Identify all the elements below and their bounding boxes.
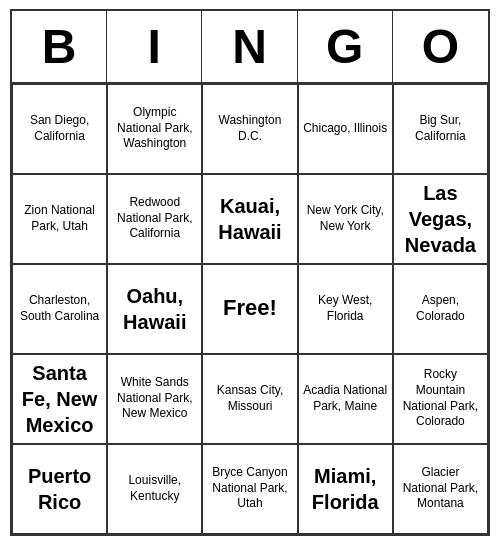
- header-letter-N: N: [202, 11, 297, 82]
- bingo-cell-7: Kauai, Hawaii: [202, 174, 297, 264]
- bingo-cell-8: New York City, New York: [298, 174, 393, 264]
- bingo-cell-20: Puerto Rico: [12, 444, 107, 534]
- bingo-cell-22: Bryce Canyon National Park, Utah: [202, 444, 297, 534]
- bingo-header: BINGO: [12, 11, 488, 84]
- bingo-cell-11: Oahu, Hawaii: [107, 264, 202, 354]
- bingo-cell-9: Las Vegas, Nevada: [393, 174, 488, 264]
- bingo-cell-19: Rocky Mountain National Park, Colorado: [393, 354, 488, 444]
- bingo-cell-5: Zion National Park, Utah: [12, 174, 107, 264]
- header-letter-B: B: [12, 11, 107, 82]
- bingo-cell-3: Chicago, Illinois: [298, 84, 393, 174]
- bingo-cell-1: Olympic National Park, Washington: [107, 84, 202, 174]
- bingo-cell-0: San Diego, California: [12, 84, 107, 174]
- header-letter-G: G: [298, 11, 393, 82]
- bingo-grid: San Diego, CaliforniaOlympic National Pa…: [12, 84, 488, 534]
- header-letter-O: O: [393, 11, 488, 82]
- bingo-cell-15: Santa Fe, New Mexico: [12, 354, 107, 444]
- bingo-cell-18: Acadia National Park, Maine: [298, 354, 393, 444]
- bingo-cell-23: Miami, Florida: [298, 444, 393, 534]
- bingo-cell-13: Key West, Florida: [298, 264, 393, 354]
- bingo-card: BINGO San Diego, CaliforniaOlympic Natio…: [10, 9, 490, 536]
- bingo-cell-6: Redwood National Park, California: [107, 174, 202, 264]
- bingo-cell-10: Charleston, South Carolina: [12, 264, 107, 354]
- bingo-cell-4: Big Sur, California: [393, 84, 488, 174]
- bingo-cell-24: Glacier National Park, Montana: [393, 444, 488, 534]
- bingo-cell-17: Kansas City, Missouri: [202, 354, 297, 444]
- bingo-cell-12: Free!: [202, 264, 297, 354]
- header-letter-I: I: [107, 11, 202, 82]
- bingo-cell-21: Louisville, Kentucky: [107, 444, 202, 534]
- bingo-cell-2: Washington D.C.: [202, 84, 297, 174]
- bingo-cell-16: White Sands National Park, New Mexico: [107, 354, 202, 444]
- bingo-cell-14: Aspen, Colorado: [393, 264, 488, 354]
